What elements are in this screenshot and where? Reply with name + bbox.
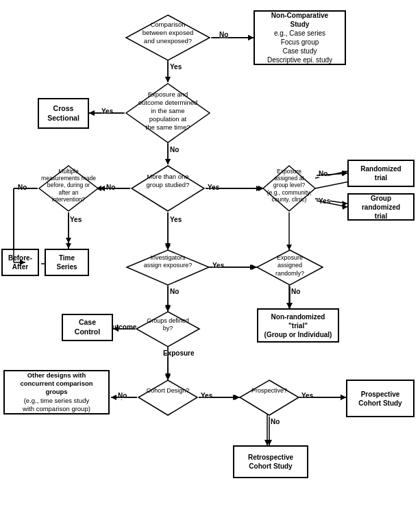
- diamond-investigators: Investigatorsassign exposure?: [125, 249, 210, 286]
- box-group-randomized: Grouprandomizedtrial: [347, 193, 415, 221]
- svg-marker-1: [165, 77, 171, 82]
- box-before-after: Before-After: [1, 249, 39, 276]
- label-no-randomly: No: [291, 288, 300, 295]
- svg-marker-62: [165, 159, 171, 164]
- box-other-designs: Other designs withconcurrent comparisong…: [3, 370, 110, 414]
- svg-line-22: [315, 182, 349, 188]
- svg-marker-26: [342, 171, 347, 176]
- label-yes-group-level: Yes: [319, 197, 330, 205]
- box-non-comparative: Non-ComparativeStudye.g., Case seriesFoc…: [254, 10, 346, 65]
- svg-marker-44: [341, 395, 346, 400]
- box-cross-sectional: CrossSectional: [38, 98, 89, 129]
- svg-marker-72: [66, 243, 71, 249]
- label-yes-multiple: Yes: [70, 216, 82, 223]
- diamond-group-level: Exposureassigned atgroup level?(e.g., co…: [262, 164, 317, 212]
- label-no-investigators: No: [170, 288, 179, 295]
- diamond-same-time: Exposure andoutcome determinedin the sam…: [125, 82, 211, 144]
- svg-marker-55: [138, 380, 197, 415]
- svg-marker-94: [233, 395, 238, 400]
- label-yes-more-than-one: Yes: [208, 184, 219, 191]
- svg-marker-78: [342, 171, 347, 176]
- label-no-group-level: No: [319, 170, 328, 177]
- label-yes-cohort: Yes: [201, 392, 212, 399]
- label-yes-morethanone-down: Yes: [170, 216, 182, 223]
- diamond-more-than-one: More than onegroup studied?: [130, 164, 206, 212]
- box-prospective-cohort: ProspectiveCohort Study: [346, 380, 415, 417]
- svg-marker-86: [287, 303, 293, 308]
- svg-marker-92: [111, 395, 116, 400]
- svg-marker-66: [99, 186, 105, 191]
- diamond-comparison: Comparisonbetween exposedand unexposed?: [125, 14, 211, 62]
- diamond-prospective: Prospective?: [238, 379, 300, 417]
- svg-marker-56: [240, 380, 299, 415]
- label-yes-prospective: Yes: [301, 392, 313, 399]
- svg-marker-96: [341, 395, 346, 400]
- label-no-cohort: No: [118, 392, 127, 399]
- diamond-cohort-design: Cohort Design?: [137, 379, 199, 417]
- svg-marker-90: [165, 373, 171, 379]
- box-case-control: CaseControl: [62, 314, 113, 341]
- label-no-comparison: No: [219, 31, 228, 38]
- svg-marker-82: [250, 264, 256, 270]
- flowchart: Comparisonbetween exposedand unexposed? …: [0, 0, 420, 520]
- box-time-series: TimeSeries: [45, 249, 89, 276]
- label-yes-comparison: Yes: [170, 63, 182, 71]
- label-yes-same-time: Yes: [101, 108, 113, 115]
- svg-marker-15: [66, 238, 71, 243]
- svg-marker-68: [256, 186, 262, 191]
- svg-marker-84: [165, 305, 171, 310]
- diamond-multiple-measurements: Multiplemeasurements madebefore, during …: [38, 164, 99, 212]
- svg-marker-3: [248, 35, 254, 40]
- diamond-assigned-randomly: Exposureassignedrandomly?: [256, 249, 324, 286]
- svg-marker-46: [264, 440, 270, 445]
- svg-marker-70: [165, 243, 171, 249]
- box-retrospective-cohort: RetrospectiveCohort Study: [233, 445, 308, 478]
- label-no-more-than-one: No: [106, 184, 115, 191]
- box-non-randomized: Non-randomized"trial"(Group or Individua…: [257, 308, 339, 343]
- svg-marker-64: [89, 110, 95, 116]
- label-no-same-time: No: [170, 146, 179, 153]
- diamond-groups-defined: Groups definedby?: [135, 310, 201, 348]
- label-no-prospective: No: [271, 418, 280, 425]
- svg-marker-80: [342, 204, 347, 210]
- label-exposure: Exposure: [163, 349, 195, 357]
- svg-marker-5: [89, 110, 95, 116]
- svg-marker-98: [267, 440, 272, 445]
- svg-marker-7: [165, 159, 171, 164]
- label-no-multiple: No: [18, 184, 27, 191]
- label-yes-investigators: Yes: [212, 262, 224, 269]
- svg-marker-58: [165, 77, 171, 82]
- svg-marker-60: [248, 35, 254, 40]
- svg-marker-28: [342, 201, 347, 206]
- box-randomized-trial: Randomizedtrial: [347, 160, 415, 187]
- svg-marker-34: [286, 303, 292, 308]
